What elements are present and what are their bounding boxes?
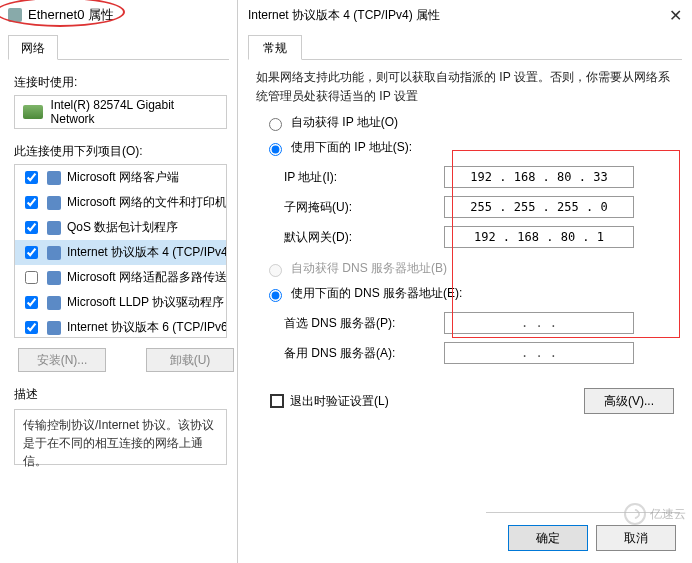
network-icon bbox=[8, 8, 22, 22]
component-icon bbox=[47, 271, 61, 285]
tab-network[interactable]: 网络 bbox=[8, 35, 58, 60]
subnet-mask-input[interactable]: 255 . 255 . 255 . 0 bbox=[444, 196, 634, 218]
validate-checkbox[interactable] bbox=[270, 394, 284, 408]
ip-address-input[interactable]: 192 . 168 . 80 . 33 bbox=[444, 166, 634, 188]
radio-auto-ip-label: 自动获得 IP 地址(O) bbox=[291, 114, 398, 131]
component-icon bbox=[47, 296, 61, 310]
list-item-selected[interactable]: Internet 协议版本 4 (TCP/IPv4) bbox=[15, 240, 226, 265]
radio-use-dns-label: 使用下面的 DNS 服务器地址(E): bbox=[291, 285, 462, 302]
nic-field[interactable]: Intel(R) 82574L Gigabit Network bbox=[14, 95, 227, 129]
radio-use-ip-label: 使用下面的 IP 地址(S): bbox=[291, 139, 412, 156]
ethernet-properties-window: Ethernet0 属性 网络 连接时使用: Intel(R) 82574L G… bbox=[0, 0, 238, 563]
radio-auto-dns-input bbox=[269, 264, 282, 277]
ipv4-properties-window: Internet 协议版本 4 (TCP/IPv4) 属性 ✕ 常规 如果网络支… bbox=[238, 0, 692, 563]
subnet-mask-label: 子网掩码(U): bbox=[284, 199, 444, 216]
left-title: Ethernet0 属性 bbox=[28, 6, 114, 24]
component-icon bbox=[47, 196, 61, 210]
right-tabbar: 常规 bbox=[248, 34, 682, 60]
description-text: 传输控制协议/Internet 协议。该协议是于在不同的相互连接的网络上通信。 bbox=[14, 409, 227, 465]
list-item[interactable]: QoS 数据包计划程序 bbox=[15, 215, 226, 240]
dns2-input[interactable]: . . . bbox=[444, 342, 634, 364]
left-titlebar: Ethernet0 属性 bbox=[0, 0, 237, 30]
item-checkbox[interactable] bbox=[25, 171, 38, 184]
right-title: Internet 协议版本 4 (TCP/IPv4) 属性 bbox=[248, 7, 440, 24]
network-components-list[interactable]: Microsoft 网络客户端 Microsoft 网络的文件和打印机共 QoS… bbox=[14, 164, 227, 338]
radio-use-ip-input[interactable] bbox=[269, 143, 282, 156]
tab-general[interactable]: 常规 bbox=[248, 35, 302, 60]
radio-use-dns-input[interactable] bbox=[269, 289, 282, 302]
dns1-label: 首选 DNS 服务器(P): bbox=[284, 315, 444, 332]
list-item[interactable]: Microsoft 网络的文件和打印机共 bbox=[15, 190, 226, 215]
item-checkbox[interactable] bbox=[25, 296, 38, 309]
radio-use-dns[interactable]: 使用下面的 DNS 服务器地址(E): bbox=[264, 285, 674, 302]
watermark: 亿速云 bbox=[624, 503, 686, 525]
gateway-input[interactable]: 192 . 168 . 80 . 1 bbox=[444, 226, 634, 248]
ok-button[interactable]: 确定 bbox=[508, 525, 588, 551]
list-item[interactable]: Microsoft 网络适配器多路传送器 bbox=[15, 265, 226, 290]
cancel-button[interactable]: 取消 bbox=[596, 525, 676, 551]
dns2-label: 备用 DNS 服务器(A): bbox=[284, 345, 444, 362]
uninstall-button[interactable]: 卸载(U) bbox=[146, 348, 234, 372]
component-icon bbox=[47, 171, 61, 185]
watermark-text: 亿速云 bbox=[650, 506, 686, 523]
item-checkbox[interactable] bbox=[25, 246, 38, 259]
item-label: Microsoft LLDP 协议驱动程序 bbox=[67, 294, 224, 311]
items-list-label: 此连接使用下列项目(O): bbox=[14, 143, 237, 160]
ip-address-label: IP 地址(I): bbox=[284, 169, 444, 186]
item-label: Internet 协议版本 6 (TCP/IPv6) bbox=[67, 319, 227, 336]
right-titlebar: Internet 协议版本 4 (TCP/IPv4) 属性 ✕ bbox=[238, 0, 692, 30]
close-icon[interactable]: ✕ bbox=[669, 6, 682, 25]
radio-auto-ip-input[interactable] bbox=[269, 118, 282, 131]
component-icon bbox=[47, 246, 61, 260]
component-icon bbox=[47, 321, 61, 335]
item-label: Microsoft 网络客户端 bbox=[67, 169, 179, 186]
radio-auto-dns-label: 自动获得 DNS 服务器地址(B) bbox=[291, 260, 447, 277]
radio-auto-dns: 自动获得 DNS 服务器地址(B) bbox=[264, 260, 674, 277]
list-item[interactable]: Internet 协议版本 6 (TCP/IPv6) bbox=[15, 315, 226, 338]
item-label: Microsoft 网络适配器多路传送器 bbox=[67, 269, 227, 286]
radio-use-ip[interactable]: 使用下面的 IP 地址(S): bbox=[264, 139, 674, 156]
left-tabbar: 网络 bbox=[8, 34, 229, 60]
nic-name: Intel(R) 82574L Gigabit Network bbox=[51, 98, 218, 126]
description-label: 描述 bbox=[14, 386, 237, 403]
validate-label: 退出时验证设置(L) bbox=[290, 393, 389, 410]
connect-using-label: 连接时使用: bbox=[14, 74, 237, 91]
install-button[interactable]: 安装(N)... bbox=[18, 348, 106, 372]
item-label: Internet 协议版本 4 (TCP/IPv4) bbox=[67, 244, 227, 261]
nic-icon bbox=[23, 105, 43, 119]
item-checkbox[interactable] bbox=[25, 196, 38, 209]
component-icon bbox=[47, 221, 61, 235]
list-item[interactable]: Microsoft 网络客户端 bbox=[15, 165, 226, 190]
item-checkbox[interactable] bbox=[25, 321, 38, 334]
item-label: QoS 数据包计划程序 bbox=[67, 219, 178, 236]
radio-auto-ip[interactable]: 自动获得 IP 地址(O) bbox=[264, 114, 674, 131]
watermark-icon bbox=[624, 503, 646, 525]
item-label: Microsoft 网络的文件和打印机共 bbox=[67, 194, 227, 211]
advanced-button[interactable]: 高级(V)... bbox=[584, 388, 674, 414]
item-checkbox[interactable] bbox=[25, 221, 38, 234]
item-checkbox[interactable] bbox=[25, 271, 38, 284]
dns1-input[interactable]: . . . bbox=[444, 312, 634, 334]
list-item[interactable]: Microsoft LLDP 协议驱动程序 bbox=[15, 290, 226, 315]
info-text: 如果网络支持此功能，则可以获取自动指派的 IP 设置。否则，你需要从网络系统管理… bbox=[256, 68, 674, 106]
gateway-label: 默认网关(D): bbox=[284, 229, 444, 246]
